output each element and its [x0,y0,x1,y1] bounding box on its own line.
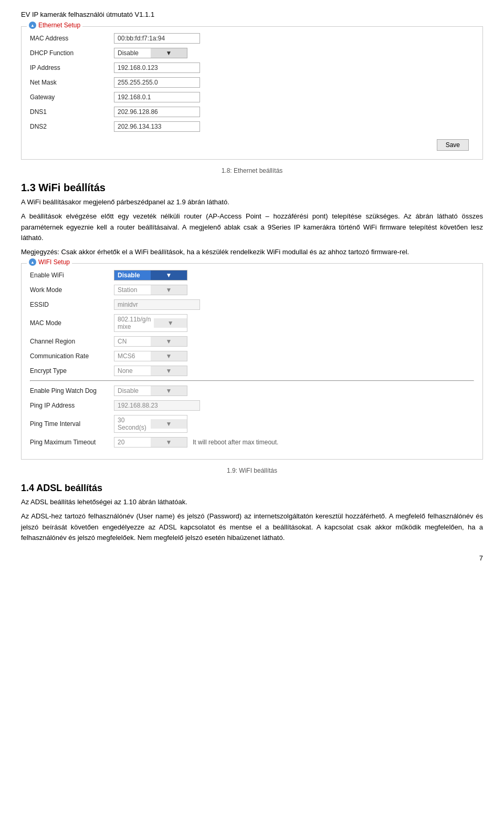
ping-ip-address-label: Ping IP Address [30,402,114,409]
work-mode-dropdown-icon: ▼ [151,285,187,295]
page-number: 7 [21,554,483,562]
adsl-heading: 1.4 ADSL beállítás [21,483,483,494]
enable-wifi-select[interactable]: Disable ▼ [114,270,187,280]
ping-time-interval-label: Ping Time Interval [30,420,114,428]
ping-maximum-timeout-label: Ping Maximum Timeout [30,439,114,446]
mac-mode-row: MAC Mode 802.11b/g/n mixe ▼ [30,313,474,332]
enable-ping-watch-dog-row: Enable Ping Watch Dog Disable ▼ [30,384,474,396]
dhcp-function-select[interactable]: Disable ▼ [114,48,187,58]
dhcp-function-label: DHCP Function [30,49,114,57]
gateway-row: Gateway [30,91,474,102]
enable-ping-watch-dog-dropdown-icon: ▼ [151,386,187,396]
mac-address-label: MAC Address [30,35,114,42]
mac-mode-select: 802.11b/g/n mixe ▼ [114,314,187,332]
communication-rate-label: Communication Rate [30,352,114,360]
mac-address-input[interactable] [114,33,200,44]
net-mask-label: Net Mask [30,79,114,86]
mac-address-row: MAC Address [30,32,474,44]
dns2-label: DNS2 [30,123,114,130]
enable-ping-watch-dog-select: Disable ▼ [114,386,187,396]
essid-label: ESSID [30,301,114,308]
channel-region-row: Channel Region CN ▼ [30,335,474,347]
ping-ip-address-row: Ping IP Address [30,399,474,411]
ip-address-input[interactable] [114,63,200,73]
channel-region-dropdown-icon: ▼ [151,337,187,346]
wifi-section-title: WIFI Setup [27,258,72,266]
header-title: EV IP kamerák felhasználói útmutató V1.1… [21,11,483,18]
ping-time-interval-select: 30 Second(s) ▼ [114,415,187,433]
essid-input [114,299,200,310]
ping-ip-address-input [114,400,200,411]
channel-region-select: CN ▼ [114,336,187,347]
gateway-input[interactable] [114,92,200,102]
communication-rate-select: MCS6 ▼ [114,351,187,361]
ping-maximum-timeout-row: Ping Maximum Timeout 20 ▼ It will reboot… [30,436,474,448]
work-mode-label: Work Mode [30,286,114,294]
ip-address-label: IP Address [30,64,114,71]
ping-time-interval-dropdown-icon: ▼ [151,419,187,429]
dns1-label: DNS1 [30,108,114,116]
dhcp-function-row: DHCP Function Disable ▼ [30,47,474,58]
encrypt-type-row: Encrypt Type None ▼ [30,365,474,376]
dns1-row: DNS1 [30,106,474,117]
wifi-para1: A beállítások elvégzése előtt egy vezeté… [21,211,483,244]
encrypt-type-label: Encrypt Type [30,367,114,375]
enable-wifi-dropdown-icon: ▼ [151,271,187,280]
wifi-setup-box: WIFI Setup Enable WiFi Disable ▼ Work Mo… [21,263,483,460]
ethernet-caption: 1.8: Ethernet beállítás [21,167,483,174]
section-arrow-icon [29,22,36,29]
wifi-note-text: Megjegyzés: Csak akkor érhetők el a WiFi… [21,248,409,256]
page-header: EV IP kamerák felhasználói útmutató V1.1… [21,11,483,18]
wifi-caption: 1.9: WiFI beállítás [21,467,483,474]
ip-address-row: IP Address [30,61,474,73]
dns1-input[interactable] [114,107,200,117]
ping-max-timeout-note: It will reboot after max timeout. [193,439,278,446]
net-mask-row: Net Mask [30,76,474,88]
save-button[interactable]: Save [437,139,469,151]
adsl-para2: Az ADSL-hez tartozó felhasználónév (User… [21,511,483,544]
ping-time-interval-row: Ping Time Interval 30 Second(s) ▼ [30,414,474,433]
gateway-label: Gateway [30,93,114,101]
wifi-intro: A WiFi beállításakor megjelenő párbeszéd… [21,197,483,208]
essid-row: ESSID [30,298,474,310]
enable-ping-watch-dog-label: Enable Ping Watch Dog [30,387,114,394]
ethernet-section-title: Ethernet Setup [27,22,82,29]
dns2-input[interactable] [114,121,200,132]
work-mode-select: Station ▼ [114,285,187,295]
channel-region-label: Channel Region [30,338,114,345]
dns2-row: DNS2 [30,120,474,132]
work-mode-row: Work Mode Station ▼ [30,284,474,295]
dhcp-dropdown-icon: ▼ [151,48,187,58]
mac-mode-dropdown-icon: ▼ [154,318,187,328]
ethernet-setup-box: Ethernet Setup MAC Address DHCP Function… [21,26,483,160]
wifi-group-divider [30,380,474,381]
encrypt-type-select: None ▼ [114,366,187,376]
ping-maximum-timeout-dropdown-icon: ▼ [151,438,187,447]
enable-wifi-row: Enable WiFi Disable ▼ [30,269,474,280]
wifi-section-arrow-icon [29,258,36,266]
wifi-heading: 1.3 WiFi beállítás [21,182,483,194]
mac-mode-label: MAC Mode [30,319,114,327]
wifi-note: Megjegyzés: Csak akkor érhetők el a WiFi… [21,247,483,258]
encrypt-type-dropdown-icon: ▼ [151,366,187,376]
adsl-para1: Az ADSL beállítás lehetőségei az 1.10 áb… [21,497,483,508]
enable-wifi-label: Enable WiFi [30,272,114,279]
ping-maximum-timeout-select: 20 ▼ [114,437,187,448]
net-mask-input[interactable] [114,77,200,88]
communication-rate-dropdown-icon: ▼ [151,351,187,361]
communication-rate-row: Communication Rate MCS6 ▼ [30,350,474,361]
